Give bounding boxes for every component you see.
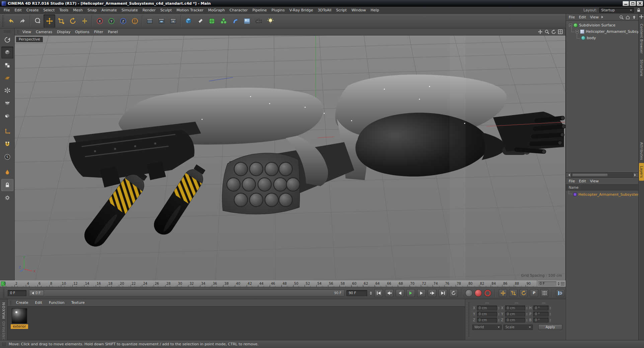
tree-row-subdivision-surface[interactable]: Subdivision Surface bbox=[566, 22, 638, 28]
add-tab-icon[interactable] bbox=[639, 15, 643, 19]
material-name[interactable]: exterior bbox=[11, 324, 28, 329]
key-position-toggle[interactable] bbox=[499, 289, 507, 297]
live-selection-tool[interactable] bbox=[32, 14, 44, 28]
frame-label[interactable]: 22 bbox=[131, 280, 142, 287]
viewport-menu-item[interactable]: View bbox=[20, 29, 33, 35]
layer-manager-menu-item[interactable]: File bbox=[567, 178, 577, 184]
key-scale-toggle[interactable] bbox=[509, 289, 517, 297]
frame-label[interactable]: 2 bbox=[14, 280, 26, 287]
pos-y-field[interactable]: 0 cm bbox=[477, 312, 497, 317]
menu-item[interactable]: Create bbox=[24, 7, 41, 13]
environment-button[interactable] bbox=[241, 14, 253, 28]
timeline-mode-button[interactable] bbox=[556, 289, 564, 297]
material-item[interactable]: exterior bbox=[10, 308, 28, 329]
undo-button[interactable] bbox=[5, 14, 17, 28]
deformer-button[interactable] bbox=[229, 14, 241, 28]
object-manager-scrollbar[interactable] bbox=[566, 173, 638, 178]
menu-item[interactable]: 3DToAll bbox=[315, 7, 334, 13]
frame-label[interactable]: 60 bbox=[351, 280, 363, 287]
key-rotation-toggle[interactable] bbox=[519, 289, 528, 297]
object-label[interactable]: Subdivision Surface bbox=[579, 23, 615, 27]
previous-frame-button[interactable] bbox=[396, 289, 404, 297]
frame-label[interactable]: 74 bbox=[432, 280, 444, 287]
scale-tool[interactable] bbox=[55, 14, 67, 28]
scrollbar-thumb[interactable] bbox=[572, 173, 608, 177]
frame-label[interactable]: 18 bbox=[107, 280, 119, 287]
frame-label[interactable]: 26 bbox=[154, 280, 165, 287]
frame-label[interactable]: 46 bbox=[270, 280, 281, 287]
material-menu-item[interactable]: Edit bbox=[32, 299, 46, 306]
coordinate-system-toggle[interactable] bbox=[129, 14, 141, 28]
frame-label[interactable]: 56 bbox=[328, 280, 340, 287]
up-arrow-icon[interactable] bbox=[632, 15, 637, 20]
frame-label[interactable]: 84 bbox=[491, 280, 502, 287]
object-label[interactable]: body bbox=[587, 36, 596, 40]
menu-item[interactable]: Character bbox=[227, 7, 250, 13]
go-to-start-button[interactable] bbox=[374, 289, 383, 297]
maximize-button[interactable] bbox=[630, 1, 636, 6]
menu-item[interactable]: V-Ray Bridge bbox=[287, 7, 315, 13]
frame-label[interactable]: 14 bbox=[84, 280, 96, 287]
size-z-field[interactable]: 0 cm bbox=[505, 318, 525, 323]
frame-label[interactable]: 6 bbox=[37, 280, 49, 287]
layer-row[interactable]: Helicopter_Armament_Subsystems bbox=[566, 191, 638, 197]
frame-stepper[interactable] bbox=[557, 281, 560, 286]
frame-label[interactable]: 48 bbox=[281, 280, 293, 287]
side-tab-attributes[interactable]: Attributes bbox=[639, 139, 644, 163]
layer-label[interactable]: Helicopter_Armament_Subsystems bbox=[578, 192, 643, 197]
menu-item[interactable]: Script bbox=[334, 7, 349, 13]
frame-slider-handle[interactable]: 0 F bbox=[29, 290, 44, 296]
object-manager-menu-item[interactable]: Edit bbox=[577, 14, 588, 20]
frame-label[interactable]: 0 bbox=[3, 280, 14, 287]
menu-item[interactable]: Render bbox=[140, 7, 158, 13]
frame-label[interactable]: 16 bbox=[96, 280, 107, 287]
rot-p-stepper[interactable] bbox=[550, 312, 551, 317]
cube-primitive-button[interactable] bbox=[182, 14, 194, 28]
frame-label[interactable]: 10 bbox=[61, 280, 73, 287]
size-header[interactable]: --- bbox=[502, 301, 531, 304]
size-y-stepper[interactable] bbox=[526, 312, 528, 317]
redo-button[interactable] bbox=[17, 14, 28, 28]
viewport-grip[interactable] bbox=[17, 29, 19, 34]
frame-label[interactable]: 28 bbox=[165, 280, 177, 287]
layer-color-swatch[interactable] bbox=[573, 193, 577, 196]
rotation-header[interactable]: --- bbox=[531, 301, 556, 304]
side-tab[interactable]: Structure bbox=[639, 57, 644, 79]
frame-label[interactable]: 90 bbox=[526, 280, 537, 287]
layer-manager-menu-item[interactable]: View bbox=[588, 178, 601, 184]
search-icon[interactable] bbox=[619, 15, 624, 20]
autokey-button[interactable] bbox=[484, 289, 491, 297]
play-button[interactable] bbox=[406, 289, 415, 297]
viewport-menu-item[interactable]: Options bbox=[73, 29, 92, 35]
toggle-views-icon[interactable] bbox=[558, 29, 563, 34]
render-picture-viewer-button[interactable] bbox=[156, 14, 167, 28]
scroll-left-button[interactable] bbox=[566, 173, 571, 177]
frame-label[interactable]: 12 bbox=[72, 280, 84, 287]
next-frame-button[interactable] bbox=[417, 289, 426, 297]
menu-item[interactable]: Select bbox=[41, 7, 57, 13]
size-z-stepper[interactable] bbox=[526, 318, 528, 323]
size-x-stepper[interactable] bbox=[526, 306, 528, 311]
enable-snap-button[interactable] bbox=[1, 138, 13, 150]
layout-lock-icon[interactable] bbox=[636, 7, 641, 13]
joint-icon[interactable] bbox=[581, 36, 585, 40]
make-editable-button[interactable] bbox=[1, 34, 13, 46]
frame-label[interactable]: 80 bbox=[467, 280, 479, 287]
menu-item[interactable]: Window bbox=[349, 7, 368, 13]
menu-item[interactable]: Sculpt bbox=[158, 7, 174, 13]
frame-label[interactable]: 40 bbox=[235, 280, 247, 287]
space-mode-select[interactable]: World bbox=[472, 325, 502, 330]
camera-button[interactable] bbox=[253, 14, 264, 28]
tree-row-body[interactable]: body bbox=[566, 35, 638, 41]
size-x-field[interactable]: 0 cm bbox=[505, 306, 525, 311]
ruler-frame-field[interactable]: 0 F bbox=[538, 281, 556, 286]
model-mode-button[interactable] bbox=[1, 47, 13, 59]
frame-label[interactable]: 54 bbox=[316, 280, 328, 287]
points-mode-button[interactable] bbox=[1, 85, 13, 97]
menu-item[interactable]: Help bbox=[368, 7, 381, 13]
axis-mode-button[interactable] bbox=[1, 125, 13, 138]
object-manager-menu-item[interactable]: View bbox=[588, 14, 601, 20]
zoom-view-icon[interactable] bbox=[544, 29, 550, 34]
snap-settings-button[interactable] bbox=[1, 192, 13, 204]
frame-label[interactable]: 78 bbox=[456, 280, 467, 287]
